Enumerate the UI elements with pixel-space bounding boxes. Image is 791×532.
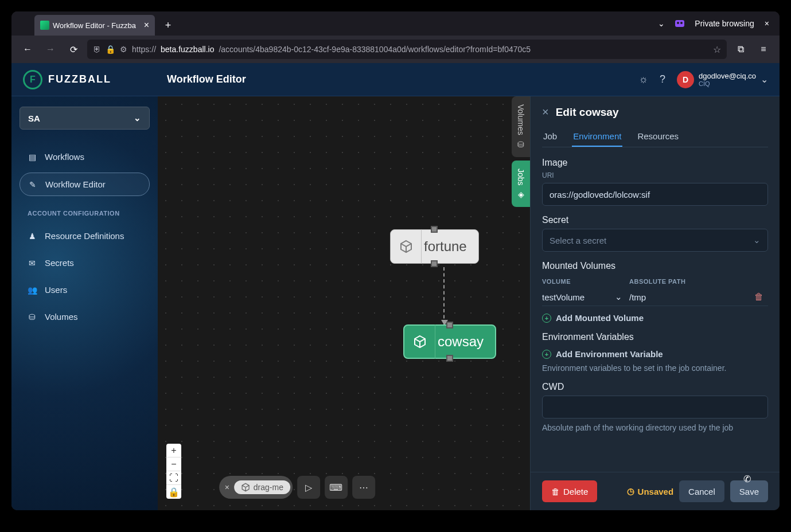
sidebar-item-resource-definitions[interactable]: ♟ Resource Definitions: [20, 225, 150, 247]
menu-icon[interactable]: ≡: [754, 40, 773, 58]
save-button[interactable]: Save: [730, 480, 768, 502]
workflow-canvas[interactable]: fortune cowsay + − ⛶ 🔒: [158, 96, 530, 510]
chevron-down-icon: ⌄: [753, 235, 761, 245]
reload-button[interactable]: ⟳: [64, 40, 83, 58]
lock-button[interactable]: 🔒: [166, 485, 181, 499]
user-menu[interactable]: D dgodlove@ciq.co CIQ ⌄: [677, 71, 768, 88]
url-prefix: https://: [132, 45, 156, 54]
node-port-bottom[interactable]: [446, 355, 453, 362]
drag-node-pill: × drag-me: [219, 476, 293, 499]
run-button[interactable]: ▷: [297, 476, 320, 499]
uri-input[interactable]: [542, 183, 768, 206]
url-input[interactable]: ⛨ 🔒 ⚙ https://beta.fuzzball.io/accounts/…: [87, 40, 727, 59]
tab-environment[interactable]: Environment: [572, 127, 622, 147]
lock-icon: 🔒: [106, 45, 115, 54]
extensions-icon[interactable]: ⧉: [731, 40, 750, 58]
browser-tab[interactable]: Workflow Editor - Fuzzba ×: [34, 15, 155, 36]
secrets-icon: ✉: [28, 259, 37, 268]
volumes-icon: ⛁: [28, 312, 37, 322]
add-env-var-button[interactable]: + Add Environment Variable: [542, 349, 768, 359]
tab-resources[interactable]: Resources: [636, 127, 680, 147]
address-bar: ← → ⟳ ⛨ 🔒 ⚙ https://beta.fuzzball.io/acc…: [11, 36, 780, 63]
private-label: Private browsing: [695, 19, 754, 28]
node-label: cowsay: [435, 334, 484, 350]
close-window-icon[interactable]: ×: [765, 19, 769, 28]
tab-job[interactable]: Job: [542, 127, 558, 147]
tabs-dropdown-icon[interactable]: ⌄: [658, 19, 665, 28]
zoom-in-button[interactable]: +: [166, 444, 181, 457]
side-tab-volumes[interactable]: Volumes ⛁: [512, 96, 530, 157]
keyboard-button[interactable]: ⌨: [325, 476, 348, 499]
delete-button[interactable]: 🗑 Delete: [542, 480, 597, 502]
page-title: Workflow Editor: [167, 73, 246, 85]
url-path: /accounts/4ba9824b-0c12-43cf-9e9a-833881…: [219, 45, 531, 54]
sidebar-item-secrets[interactable]: ✉ Secrets: [20, 252, 150, 274]
back-button[interactable]: ←: [18, 40, 37, 58]
sidebar-item-workflows[interactable]: ▤ Workflows: [20, 146, 150, 168]
trash-icon: 🗑: [551, 487, 560, 496]
fit-view-button[interactable]: ⛶: [166, 471, 181, 485]
browser-window: Workflow Editor - Fuzzba × + ⌄ Private b…: [11, 11, 780, 510]
brand[interactable]: F FUZZBALL: [23, 70, 158, 89]
bookmark-icon[interactable]: ☆: [713, 44, 721, 55]
chevron-down-icon: ⌄: [615, 292, 622, 302]
clear-drag-icon[interactable]: ×: [225, 483, 229, 492]
node-cowsay[interactable]: cowsay: [403, 324, 496, 359]
edit-icon: ✎: [28, 180, 37, 189]
uri-label: URI: [542, 171, 768, 179]
plus-icon: +: [542, 350, 551, 359]
app-header: F FUZZBALL Workflow Editor ☼ ? D dgodlov…: [11, 63, 780, 96]
sidebar-item-label: Workflow Editor: [45, 179, 106, 189]
context-value: SA: [28, 114, 40, 123]
side-tab-jobs[interactable]: Jobs ◈: [512, 161, 530, 208]
cube-icon: [391, 229, 422, 264]
node-port-top[interactable]: [446, 322, 453, 328]
edit-panel: × Edit cowsay Job Environment Resources …: [530, 96, 780, 510]
context-selector[interactable]: SA ⌄: [20, 107, 150, 130]
sidebar-item-volumes[interactable]: ⛁ Volumes: [20, 306, 150, 328]
node-port-top[interactable]: [431, 226, 438, 233]
delete-volume-icon[interactable]: 🗑: [754, 292, 768, 302]
close-tab-icon[interactable]: ×: [144, 20, 149, 30]
sidebar-item-label: Volumes: [45, 312, 78, 322]
chevron-down-icon: ⌄: [761, 74, 768, 85]
cancel-button[interactable]: Cancel: [679, 480, 724, 502]
private-mask-icon: [675, 20, 684, 27]
sidebar-item-label: Users: [45, 285, 67, 295]
drag-chip[interactable]: drag-me: [234, 480, 290, 494]
new-tab-button[interactable]: +: [159, 17, 177, 34]
envvars-label: Environment Variables: [542, 332, 768, 342]
tab-bar: Workflow Editor - Fuzzba × + ⌄ Private b…: [11, 11, 780, 36]
theme-toggle-icon[interactable]: ☼: [639, 73, 649, 85]
sidebar-item-users[interactable]: 👥 Users: [20, 279, 150, 301]
node-fortune[interactable]: fortune: [390, 229, 479, 264]
brand-text: FUZZBALL: [48, 73, 111, 85]
sidebar-item-label: Workflows: [45, 152, 84, 162]
cwd-input[interactable]: [542, 396, 768, 418]
close-panel-icon[interactable]: ×: [542, 105, 549, 119]
avatar: D: [677, 71, 694, 88]
image-label: Image: [542, 158, 768, 168]
users-icon: 👥: [28, 285, 37, 295]
secret-label: Secret: [542, 215, 768, 225]
help-icon[interactable]: ?: [660, 73, 665, 85]
add-mounted-volume-button[interactable]: + Add Mounted Volume: [542, 313, 768, 323]
col-volume: VOLUME: [542, 278, 622, 285]
cwd-help: Absolute path of the working directory u…: [542, 423, 768, 432]
more-button[interactable]: ⋯: [352, 476, 375, 499]
edge[interactable]: [443, 267, 445, 324]
forward-button[interactable]: →: [41, 40, 60, 58]
tab-title: Workflow Editor - Fuzzba: [53, 21, 136, 30]
logo-icon: F: [23, 70, 42, 89]
user-org: CIQ: [699, 80, 756, 87]
volume-select[interactable]: testVolume ⌄: [542, 292, 622, 302]
node-label: fortune: [422, 238, 467, 255]
volume-path[interactable]: /tmp: [629, 292, 747, 302]
zoom-out-button[interactable]: −: [166, 457, 181, 471]
resources-icon: ♟: [28, 232, 37, 241]
mounted-volumes-label: Mounted Volumes: [542, 261, 768, 271]
sidebar-item-workflow-editor[interactable]: ✎ Workflow Editor: [20, 173, 150, 196]
database-icon: ⛁: [516, 140, 525, 149]
node-port-bottom[interactable]: [431, 260, 438, 267]
secret-select[interactable]: Select a secret ⌄: [542, 229, 768, 252]
